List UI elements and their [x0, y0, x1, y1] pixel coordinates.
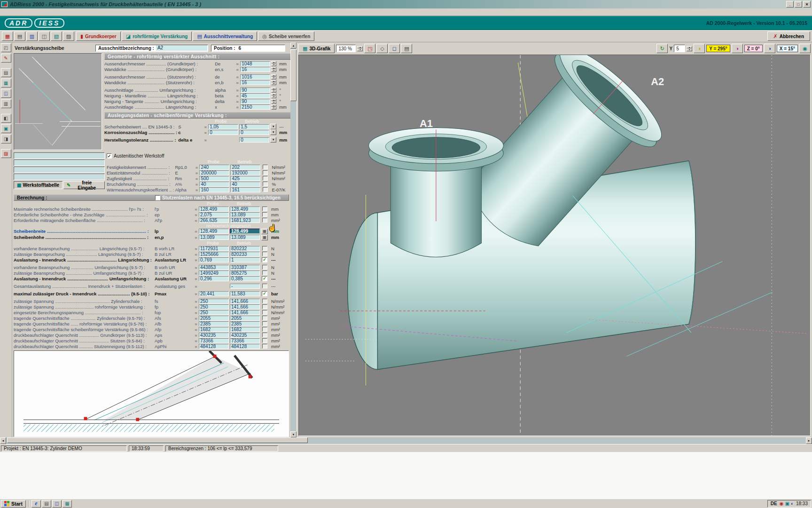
flag-box[interactable] [262, 270, 267, 275]
probe-field[interactable]: 250 [199, 299, 229, 304]
cancel-button[interactable]: ✗ Abbrechen [767, 32, 810, 41]
flag-box[interactable] [262, 212, 267, 217]
menu-item[interactable] [21, 12, 27, 13]
quick-launch-icon-button[interactable]: ▤ [42, 500, 51, 508]
probe-field[interactable]: 500 [199, 176, 229, 181]
betrieb-field[interactable]: 13,089 [230, 235, 260, 240]
scroll-up-button[interactable]: ▲ [290, 42, 297, 48]
value-spinner[interactable]: ▲▼ [271, 93, 276, 98]
betrieb-field[interactable]: 13,089 [230, 212, 260, 217]
z-angle-field[interactable]: Z = 0° [744, 45, 763, 52]
probe-field[interactable]: 1682 [199, 327, 229, 332]
flag-box[interactable] [263, 187, 268, 192]
scroll-down-button[interactable]: ▼ [290, 431, 297, 437]
x-axis-button[interactable]: ◑ [764, 44, 775, 53]
probe-field[interactable]: 200000 [199, 170, 229, 175]
tray-icon[interactable]: ◉ [780, 501, 784, 506]
dropdown-button[interactable]: ▼ [270, 137, 276, 143]
view-icon-button[interactable]: ▤ [401, 44, 412, 53]
betrieb-field[interactable]: 0 [239, 130, 269, 135]
probe-field[interactable]: 1,05 [208, 124, 238, 129]
probe-field[interactable]: 13,089 [199, 235, 229, 240]
dropdown-button[interactable]: ▼ [270, 124, 276, 129]
material-field[interactable] [14, 174, 105, 180]
betrieb-field[interactable]: 141,666 [230, 310, 260, 315]
menu-item[interactable] [14, 12, 21, 13]
betrieb-field[interactable]: 1681,923 [230, 218, 260, 223]
probe-field[interactable]: 250 [199, 310, 229, 315]
left-tool-icon-button[interactable]: ◫ [1, 89, 11, 98]
flag-box[interactable] [262, 316, 267, 320]
material-field[interactable] [14, 167, 105, 173]
ausschnitt-value[interactable]: A2 [156, 45, 207, 51]
zoom-spinner[interactable]: ▲▼ [357, 46, 363, 51]
view-icon-button[interactable]: ◳ [364, 44, 375, 53]
flag-box[interactable] [262, 252, 267, 256]
betrieb-field[interactable]: 820233 [230, 252, 260, 257]
flag-box[interactable] [262, 206, 267, 211]
menu-item[interactable] [34, 12, 40, 13]
flag-box[interactable] [263, 182, 268, 186]
rot-step-field[interactable]: 5 [674, 45, 685, 52]
menu-item[interactable] [8, 12, 14, 13]
betrieb-field[interactable]: 0 [239, 137, 269, 143]
probe-field[interactable]: 40 [199, 182, 229, 187]
ausschnitt-field[interactable]: Ausschnittbezeichnung : A2 [95, 45, 208, 52]
betrieb-field[interactable]: 484128 [230, 344, 260, 349]
probe-field[interactable]: 1172931 [199, 246, 229, 251]
menu-item[interactable] [1, 12, 8, 13]
stutzenlasten-checkbox[interactable] [155, 195, 160, 200]
betrieb-field[interactable]: 2055 [230, 316, 260, 321]
3d-grafik-button[interactable]: ▦ 3D-Grafik [298, 44, 335, 53]
probe-field[interactable]: 430235 [199, 333, 229, 338]
material-field[interactable] [14, 159, 105, 166]
left-tool-icon-button[interactable]: ◰ [1, 43, 11, 52]
flag-box[interactable] [262, 304, 267, 309]
flag-box[interactable] [262, 265, 267, 270]
probe-field[interactable]: 0,769 [199, 257, 229, 262]
left-tool-icon-button[interactable]: ▥ [1, 99, 11, 108]
value-field[interactable]: 2150 [240, 104, 270, 110]
freie-eingabe-button[interactable]: ✎ freie Eingabe [63, 181, 105, 189]
probe-field[interactable]: 0,296 [199, 276, 229, 281]
flag-box[interactable] [262, 310, 267, 315]
probe-field[interactable]: 128,499 [199, 229, 229, 234]
flag-box[interactable] [263, 165, 268, 169]
ok-checkbox[interactable]: ✓ [262, 291, 267, 296]
toolbar-icon-button[interactable]: ▤ [14, 32, 25, 41]
3d-viewport[interactable]: A1 A2 [298, 55, 811, 436]
left-tool-icon-button[interactable]: ✎ [1, 54, 11, 63]
probe-field[interactable]: 2,075 [199, 212, 229, 217]
probe-field[interactable]: 250 [199, 304, 229, 310]
betrieb-field[interactable]: - [230, 284, 260, 289]
betrieb-field[interactable]: 128,499 [230, 206, 260, 212]
probe-field[interactable]: 443853 [199, 265, 229, 270]
scrollbar-track[interactable] [290, 48, 297, 431]
y-angle-field[interactable]: Y = 295° [706, 45, 730, 52]
betrieb-field[interactable]: 141,666 [230, 299, 260, 304]
quick-launch-icon-button[interactable]: ◫ [52, 500, 62, 508]
x-angle-field[interactable]: X = 15° [777, 45, 798, 52]
probe-field[interactable]: 160 [199, 187, 229, 192]
flag-box[interactable] [263, 176, 268, 181]
value-spinner[interactable]: ▲▼ [271, 99, 276, 104]
value-field[interactable]: 1016 [240, 74, 270, 79]
value-spinner[interactable]: ▲▼ [271, 87, 276, 93]
flag-box[interactable] [262, 344, 267, 349]
value-field[interactable]: 16 [240, 80, 270, 85]
position-field[interactable]: Position : 6 [211, 45, 285, 52]
menu-item[interactable] [27, 12, 34, 13]
quick-launch-icon-button[interactable]: e [31, 500, 41, 508]
toolbar-button[interactable]: ◎Scheibe verwerfen [258, 32, 314, 41]
probe-field[interactable]: 128,499 [199, 206, 229, 212]
3d-scene[interactable]: A1 A2 [299, 55, 810, 436]
language-indicator[interactable]: DE [771, 501, 777, 506]
betrieb-field[interactable]: 430235 [230, 333, 260, 338]
probe-field[interactable]: 73366 [199, 338, 229, 343]
value-spinner[interactable]: ▲▼ [271, 74, 276, 79]
view-reset-button[interactable]: ◉ [799, 44, 811, 53]
dropdown-button[interactable]: ▼ [270, 129, 276, 135]
title-bar[interactable]: ADRiess 2000 - Festigkeitsnachweis für D… [0, 0, 812, 8]
toolbar-button[interactable]: ▮Grundkoerper [76, 32, 121, 41]
material-field[interactable] [14, 152, 105, 159]
